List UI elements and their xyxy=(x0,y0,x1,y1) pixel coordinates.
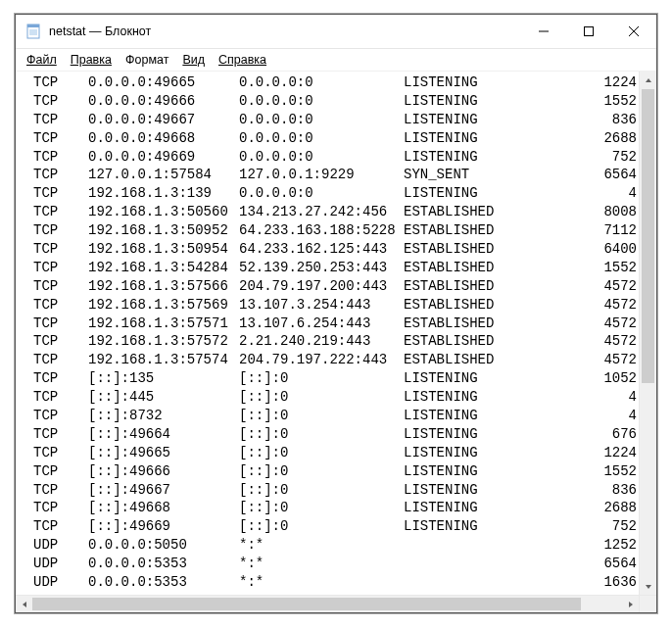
menu-file[interactable]: Файл xyxy=(22,52,62,68)
cell-remote: *:* xyxy=(239,536,404,555)
cell-remote: 0.0.0.0:0 xyxy=(239,148,404,167)
table-row: TCP192.168.1.3:57566204.79.197.200:443ES… xyxy=(22,277,639,296)
cell-pid: 4572 xyxy=(527,314,639,333)
cell-pid: 1552 xyxy=(527,92,639,111)
cell-local: [::]:49665 xyxy=(88,444,239,462)
cell-proto: TCP xyxy=(22,221,88,240)
horizontal-scrollbar[interactable] xyxy=(16,595,656,612)
cell-pid: 6564 xyxy=(527,555,639,573)
cell-local: 192.168.1.3:50952 xyxy=(88,221,239,240)
vertical-scroll-thumb[interactable] xyxy=(642,89,654,383)
table-row: TCP0.0.0.0:496670.0.0.0:0LISTENING836 xyxy=(22,111,639,129)
svg-marker-9 xyxy=(646,78,651,82)
cell-proto: TCP xyxy=(22,111,88,129)
cell-state: ESTABLISHED xyxy=(404,332,527,351)
cell-local: 192.168.1.3:57571 xyxy=(88,314,239,333)
table-row: TCP192.168.1.3:5095464.233.162.125:443ES… xyxy=(22,240,639,259)
vertical-scrollbar[interactable] xyxy=(639,72,656,595)
cell-remote: 2.21.240.219:443 xyxy=(239,332,404,351)
cell-remote: [::]:0 xyxy=(239,407,404,425)
cell-local: [::]:8732 xyxy=(88,407,239,425)
table-row: TCP[::]:135[::]:0LISTENING1052 xyxy=(22,369,639,388)
cell-state: LISTENING xyxy=(404,92,527,111)
cell-state: LISTENING xyxy=(404,499,527,517)
cell-local: 0.0.0.0:5353 xyxy=(88,555,239,573)
cell-pid: 7112 xyxy=(527,221,639,240)
table-row: TCP[::]:8732[::]:0LISTENING4 xyxy=(22,407,639,425)
cell-remote: 0.0.0.0:0 xyxy=(239,92,404,111)
notepad-icon xyxy=(25,24,41,39)
scroll-left-arrow-icon[interactable] xyxy=(16,596,32,612)
cell-local: 192.168.1.3:50560 xyxy=(88,203,239,221)
cell-state xyxy=(404,573,527,592)
cell-proto: TCP xyxy=(22,129,88,148)
cell-local: [::]:445 xyxy=(88,388,239,407)
horizontal-scroll-thumb[interactable] xyxy=(32,598,581,610)
maximize-button[interactable] xyxy=(566,15,611,48)
cell-pid: 752 xyxy=(527,148,639,167)
cell-local: 192.168.1.3:57566 xyxy=(88,277,239,296)
scroll-up-arrow-icon[interactable] xyxy=(640,72,656,88)
menu-edit[interactable]: Правка xyxy=(66,52,117,68)
cell-local: 0.0.0.0:49668 xyxy=(88,129,239,148)
table-row: TCP0.0.0.0:496680.0.0.0:0LISTENING2688 xyxy=(22,129,639,148)
svg-marker-12 xyxy=(629,602,633,607)
table-row: TCP192.168.1.3:575722.21.240.219:443ESTA… xyxy=(22,332,639,351)
cell-proto: TCP xyxy=(22,517,88,536)
cell-local: 0.0.0.0:49666 xyxy=(88,92,239,111)
cell-local: 192.168.1.3:50954 xyxy=(88,240,239,259)
cell-remote: [::]:0 xyxy=(239,369,404,388)
table-row: TCP192.168.1.3:5757113.107.6.254:443ESTA… xyxy=(22,314,639,333)
scroll-down-arrow-icon[interactable] xyxy=(640,578,656,595)
cell-state: ESTABLISHED xyxy=(404,221,527,240)
table-row: UDP0.0.0.0:5353*:*1636 xyxy=(22,573,639,592)
cell-remote: 0.0.0.0:0 xyxy=(239,184,404,203)
cell-remote: 127.0.0.1:9229 xyxy=(239,166,404,184)
cell-proto: TCP xyxy=(22,166,88,184)
scroll-right-arrow-icon[interactable] xyxy=(622,596,639,612)
cell-remote: 0.0.0.0:0 xyxy=(239,111,404,129)
cell-state: ESTABLISHED xyxy=(404,314,527,333)
cell-state: LISTENING xyxy=(404,369,527,388)
cell-proto: TCP xyxy=(22,277,88,296)
menu-help[interactable]: Справка xyxy=(214,52,271,68)
menu-view[interactable]: Вид xyxy=(177,52,210,68)
titlebar[interactable]: netstat — Блокнот xyxy=(16,15,656,49)
cell-remote: 52.139.250.253:443 xyxy=(239,259,404,277)
cell-pid: 4 xyxy=(527,184,639,203)
cell-remote: *:* xyxy=(239,555,404,573)
cell-state: LISTENING xyxy=(404,481,527,500)
cell-local: 192.168.1.3:57572 xyxy=(88,332,239,351)
table-row: TCP192.168.1.3:5756913.107.3.254:443ESTA… xyxy=(22,296,639,314)
text-content[interactable]: TCP0.0.0.0:496650.0.0.0:0LISTENING1224TC… xyxy=(16,72,639,595)
table-row: TCP192.168.1.3:5095264.233.163.188:5228E… xyxy=(22,221,639,240)
table-row: TCP0.0.0.0:496660.0.0.0:0LISTENING1552 xyxy=(22,92,639,111)
cell-state: LISTENING xyxy=(404,462,527,481)
cell-pid: 4572 xyxy=(527,277,639,296)
cell-remote: [::]:0 xyxy=(239,425,404,444)
cell-proto: TCP xyxy=(22,351,88,369)
cell-remote: [::]:0 xyxy=(239,517,404,536)
cell-remote: [::]:0 xyxy=(239,388,404,407)
cell-state: LISTENING xyxy=(404,73,527,92)
table-row: TCP[::]:49666[::]:0LISTENING1552 xyxy=(22,462,639,481)
menu-format[interactable]: Формат xyxy=(120,52,173,68)
hscroll-track[interactable] xyxy=(32,596,622,612)
cell-state: LISTENING xyxy=(404,111,527,129)
cell-proto: TCP xyxy=(22,314,88,333)
cell-remote: 0.0.0.0:0 xyxy=(239,129,404,148)
cell-local: 0.0.0.0:49667 xyxy=(88,111,239,129)
cell-proto: TCP xyxy=(22,240,88,259)
svg-marker-11 xyxy=(23,602,26,607)
cell-local: [::]:49664 xyxy=(88,425,239,444)
cell-remote: *:* xyxy=(239,573,404,592)
minimize-button[interactable] xyxy=(521,15,566,48)
close-button[interactable] xyxy=(611,15,656,48)
cell-proto: TCP xyxy=(22,369,88,388)
cell-local: 192.168.1.3:57574 xyxy=(88,351,239,369)
cell-state: LISTENING xyxy=(404,407,527,425)
cell-state: ESTABLISHED xyxy=(404,296,527,314)
cell-proto: TCP xyxy=(22,296,88,314)
cell-remote: [::]:0 xyxy=(239,481,404,500)
table-row: TCP192.168.1.3:1390.0.0.0:0LISTENING4 xyxy=(22,184,639,203)
